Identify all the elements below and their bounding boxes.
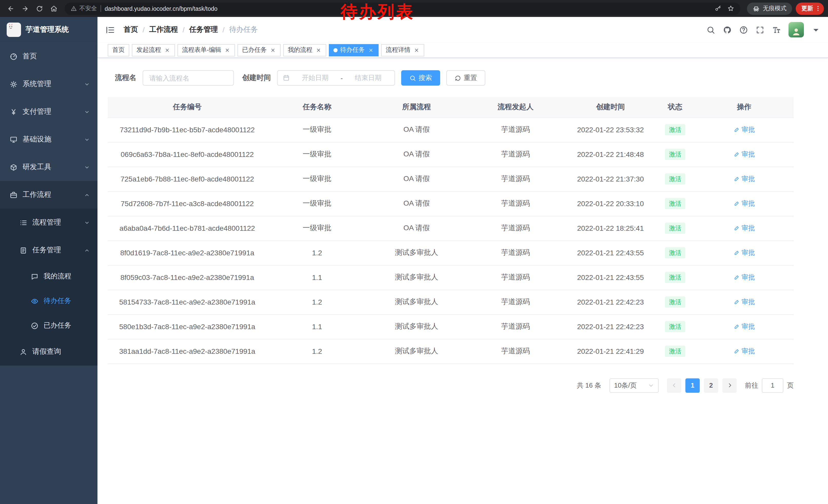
sidebar: 芋道管理系统 首页系统管理支付管理基础设施研发工具工作流程流程管理任务管理我的流…: [0, 17, 97, 504]
approve-button[interactable]: 审批: [733, 224, 755, 233]
sidebar-item-my-process[interactable]: 我的流程: [0, 264, 97, 289]
sidebar-item-workflow[interactable]: 工作流程: [0, 181, 97, 209]
cell-process: 测试多审批人: [367, 339, 466, 364]
sidebar-item-task-management[interactable]: 任务管理: [0, 236, 97, 264]
cell-process: 测试多审批人: [367, 290, 466, 314]
sidebar-item-dev-tools[interactable]: 研发工具: [0, 153, 97, 181]
sidebar-item-process-management[interactable]: 流程管理: [0, 209, 97, 236]
sidebar-item-payment[interactable]: 支付管理: [0, 98, 97, 126]
edit-icon: [733, 348, 740, 354]
search-icon: [409, 75, 416, 81]
page-button-1[interactable]: 1: [686, 378, 700, 393]
navbar: 首页/工作流程/任务管理/待办任务: [97, 17, 828, 43]
close-icon[interactable]: [315, 47, 322, 53]
incognito-label: 无痕模式: [763, 5, 786, 12]
approve-button[interactable]: 审批: [733, 199, 755, 208]
font-size-icon[interactable]: [772, 26, 781, 34]
tab-form-edit[interactable]: 流程表单-编辑: [177, 44, 235, 56]
sidebar-item-home[interactable]: 首页: [0, 43, 97, 70]
approve-button[interactable]: 审批: [733, 125, 755, 134]
sidebar-item-label: 待办任务: [44, 296, 71, 306]
process-name-input[interactable]: [142, 70, 234, 86]
navbar-tools: [706, 22, 820, 37]
cell-status: 激活: [656, 167, 695, 191]
security-label: 不安全: [79, 5, 97, 12]
key-icon[interactable]: [715, 5, 721, 12]
cell-created: 2022-01-21 22:43:55: [565, 265, 656, 290]
sidebar-item-todo-tasks[interactable]: 待办任务: [0, 289, 97, 313]
approve-button[interactable]: 审批: [733, 174, 755, 184]
breadcrumb-item[interactable]: 任务管理: [189, 25, 218, 34]
search-icon[interactable]: [706, 26, 715, 34]
close-icon[interactable]: [367, 47, 374, 53]
sidebar-item-leave-query[interactable]: 请假查询: [0, 338, 97, 366]
cell-task-id: 069c6a63-7b8a-11ec-8ef0-acde48001122: [108, 142, 267, 167]
tab-label: 已办任务: [242, 46, 267, 54]
page-size-select[interactable]: 10条/页: [610, 378, 659, 393]
avatar-caret-icon[interactable]: [812, 26, 820, 34]
main-area: 首页/工作流程/任务管理/待办任务 首页发起流程流程表单-编辑已办任务我的流程待…: [97, 17, 828, 504]
prev-page-button[interactable]: [667, 378, 681, 393]
total-count: 共 16 条: [577, 381, 601, 390]
tab-done-tasks[interactable]: 已办任务: [238, 44, 281, 56]
tab-home[interactable]: 首页: [108, 44, 129, 56]
home-icon[interactable]: [47, 2, 60, 15]
page-button-2[interactable]: 2: [704, 378, 718, 393]
divider: [100, 5, 101, 12]
chat-icon: [31, 273, 38, 280]
approve-button[interactable]: 审批: [733, 322, 755, 331]
approve-button[interactable]: 审批: [733, 297, 755, 307]
forward-icon[interactable]: [18, 2, 32, 15]
approve-button[interactable]: 审批: [733, 273, 755, 282]
breadcrumb-item[interactable]: 首页: [124, 25, 138, 34]
sidebar-item-done-tasks[interactable]: 已办任务: [0, 313, 97, 338]
search-button[interactable]: 搜索: [401, 70, 440, 86]
tab-start-process[interactable]: 发起流程: [132, 44, 175, 56]
help-icon[interactable]: [739, 26, 748, 34]
approve-button[interactable]: 审批: [733, 150, 755, 159]
tab-label: 待办任务: [340, 46, 365, 54]
status-badge: 激活: [665, 346, 686, 357]
approve-button[interactable]: 审批: [733, 248, 755, 258]
edit-icon: [733, 250, 740, 256]
approve-button[interactable]: 审批: [733, 347, 755, 356]
cell-created: 2022-01-22 23:53:32: [565, 118, 656, 142]
edit-icon: [733, 200, 740, 207]
tab-process-detail[interactable]: 流程详情: [381, 44, 424, 56]
sidebar-item-infrastructure[interactable]: 基础设施: [0, 126, 97, 153]
chevron-down-icon: [648, 382, 654, 388]
bookmark-star-icon[interactable]: [728, 5, 734, 12]
edit-icon: [733, 176, 740, 182]
reset-button[interactable]: 重置: [446, 70, 485, 86]
cell-process: 测试多审批人: [367, 240, 466, 265]
goto-label: 前往: [745, 381, 758, 390]
sidebar-item-system[interactable]: 系统管理: [0, 70, 97, 98]
tab-my-process[interactable]: 我的流程: [283, 44, 326, 56]
fullscreen-icon[interactable]: [756, 26, 764, 34]
chevron-down-icon: [84, 220, 90, 225]
close-icon[interactable]: [269, 47, 276, 53]
cell-status: 激活: [656, 339, 695, 364]
github-icon[interactable]: [723, 26, 732, 34]
close-icon[interactable]: [224, 47, 230, 53]
reload-icon[interactable]: [33, 2, 46, 15]
sidebar-item-label: 首页: [23, 52, 37, 61]
sidebar-logo[interactable]: 芋道管理系统: [0, 17, 97, 43]
close-icon[interactable]: [164, 47, 170, 53]
date-range-picker[interactable]: 开始日期 - 结束日期: [277, 70, 395, 86]
update-button[interactable]: 更新: [796, 2, 824, 15]
back-icon[interactable]: [4, 2, 17, 15]
breadcrumb-item[interactable]: 工作流程: [149, 25, 178, 34]
range-separator: -: [341, 74, 343, 82]
tab-todo-tasks[interactable]: 待办任务: [329, 44, 379, 56]
cell-process: OA 请假: [367, 216, 466, 240]
edit-icon: [733, 299, 740, 305]
security-indicator[interactable]: 不安全: [71, 5, 97, 12]
page-numbers: 12: [686, 378, 718, 393]
close-icon[interactable]: [413, 47, 420, 53]
collapse-sidebar-icon[interactable]: [105, 25, 115, 35]
user-avatar[interactable]: [788, 22, 804, 37]
next-page-button[interactable]: [722, 378, 737, 393]
goto-page-input[interactable]: [762, 378, 783, 393]
chevron-up-icon: [84, 247, 90, 253]
